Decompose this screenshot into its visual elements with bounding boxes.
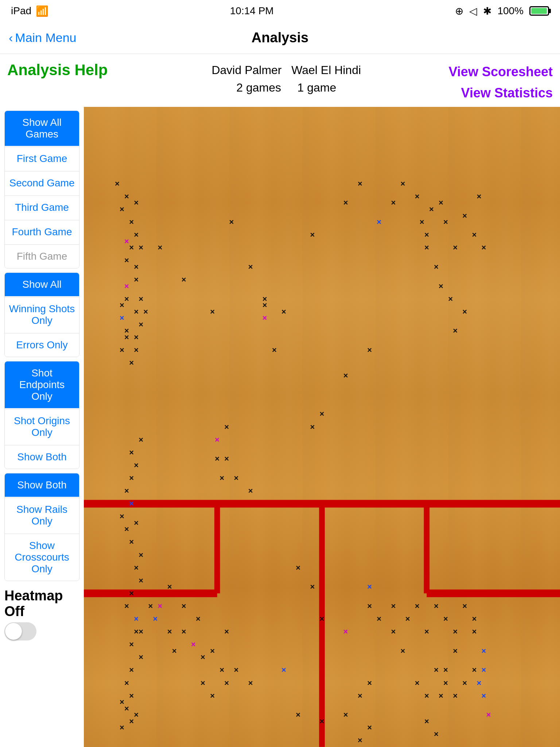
shot-marker: ×	[167, 583, 172, 591]
back-label: Main Menu	[15, 31, 76, 45]
shot-marker: ×	[201, 653, 205, 661]
shot-marker: ×	[129, 474, 134, 482]
shot-marker: ×	[367, 724, 372, 732]
nav-bar: ‹ Main Menu Analysis	[0, 22, 560, 54]
shot-marker: ×	[134, 615, 139, 623]
heatmap-toggle[interactable]	[4, 622, 36, 640]
shot-marker: ×	[472, 628, 477, 636]
winning-shots-button[interactable]: Winning Shots Only	[5, 297, 79, 332]
shot-marker: ×	[367, 583, 372, 591]
back-button[interactable]: ‹ Main Menu	[9, 31, 77, 45]
shot-marker: ×	[462, 212, 467, 220]
shot-marker: ×	[219, 666, 224, 674]
shot-marker: ×	[320, 615, 324, 623]
shot-marker: ×	[139, 577, 143, 585]
shot-marker: ×	[367, 346, 372, 354]
shot-origins-button[interactable]: Shot Origins Only	[5, 409, 79, 444]
shot-marker: ×	[320, 717, 324, 725]
shot-marker: ×	[148, 602, 153, 610]
show-all-games-button[interactable]: Show All Games	[5, 111, 79, 146]
shot-marker: ×	[477, 193, 482, 201]
second-game-button[interactable]: Second Game	[5, 171, 79, 195]
shot-marker: ×	[134, 231, 139, 239]
court-container: ××××××××××××××××××××××××××××××××××××××××…	[84, 107, 560, 747]
shot-marker: ×	[443, 615, 448, 623]
shot-marker: ×	[115, 180, 120, 188]
errors-only-button[interactable]: Errors Only	[5, 333, 79, 357]
shot-marker: ×	[134, 333, 139, 341]
shot-marker: ×	[391, 628, 396, 636]
battery-icon	[529, 6, 549, 16]
shot-marker: ×	[210, 647, 215, 655]
shot-marker: ×	[153, 615, 158, 623]
shot-marker: ×	[124, 193, 129, 201]
show-both-rail-button[interactable]: Show Both	[5, 473, 79, 497]
shot-marker: ×	[367, 679, 372, 687]
compass-icon: ◁	[469, 5, 477, 17]
shot-marker: ×	[134, 308, 139, 316]
shot-marker: ×	[124, 282, 129, 290]
shot-marker: ×	[343, 628, 348, 636]
third-game-button[interactable]: Third Game	[5, 196, 79, 219]
shot-marker: ×	[215, 436, 219, 444]
shot-marker: ×	[215, 455, 219, 463]
shot-marker: ×	[443, 679, 448, 687]
show-both-endpoint-button[interactable]: Show Both	[5, 445, 79, 469]
shot-marker: ×	[281, 666, 286, 674]
shot-marker: ×	[434, 666, 439, 674]
shot-marker: ×	[129, 449, 134, 457]
shot-marker: ×	[129, 666, 134, 674]
shot-endpoints-button[interactable]: Shot Endpoints Only	[5, 361, 79, 408]
shot-type-group: Show All Winning Shots Only Errors Only	[4, 272, 79, 357]
shot-marker: ×	[462, 602, 467, 610]
shot-marker: ×	[201, 679, 205, 687]
shot-marker: ×	[453, 244, 458, 252]
bluetooth-icon: ✱	[483, 5, 491, 17]
shot-marker: ×	[424, 628, 429, 636]
analysis-help-label: Analysis Help	[7, 61, 124, 79]
players-info: David Palmer Wael El Hindi 2 games 1 gam…	[124, 61, 449, 96]
shot-marker: ×	[158, 244, 163, 252]
shot-marker: ×	[139, 551, 143, 559]
location-icon: ⊕	[455, 5, 463, 17]
shot-marker: ×	[415, 193, 420, 201]
shot-marker: ×	[272, 346, 277, 354]
shot-marker: ×	[129, 589, 134, 597]
shot-marker: ×	[367, 602, 372, 610]
shot-marker: ×	[248, 679, 253, 687]
show-all-button[interactable]: Show All	[5, 273, 79, 296]
show-rails-only-button[interactable]: Show Rails Only	[5, 498, 79, 533]
show-crosscourts-button[interactable]: Show Crosscourts Only	[5, 534, 79, 581]
view-statistics-link[interactable]: View Statistics	[449, 82, 553, 104]
shot-marker: ×	[377, 218, 381, 226]
shot-marker: ×	[482, 244, 486, 252]
shot-marker: ×	[124, 705, 129, 713]
shot-marker: ×	[472, 615, 477, 623]
shot-marker: ×	[139, 244, 143, 252]
shot-marker: ×	[296, 564, 300, 572]
view-scoresheet-link[interactable]: View Scoresheet	[449, 61, 553, 82]
shot-marker: ×	[129, 640, 134, 649]
shot-marker: ×	[124, 237, 129, 245]
main-content: Analysis Help David Palmer Wael El Hindi…	[0, 54, 560, 747]
shot-marker: ×	[234, 474, 238, 482]
player1-games: 2 games	[236, 81, 281, 94]
first-game-button[interactable]: First Game	[5, 147, 79, 170]
rail-group: Show Both Show Rails Only Show Crosscour…	[4, 473, 79, 581]
shot-marker: ×	[167, 628, 172, 636]
shot-marker: ×	[129, 500, 134, 508]
shot-marker: ×	[358, 180, 362, 188]
shot-marker: ×	[486, 711, 491, 719]
fourth-game-button[interactable]: Fourth Game	[5, 220, 79, 244]
shot-marker: ×	[224, 455, 229, 463]
wifi-icon: 📶	[36, 5, 48, 17]
shot-marker: ×	[139, 321, 143, 329]
shot-marker: ×	[377, 615, 381, 623]
shot-marker: ×	[158, 602, 163, 610]
shot-marker: ×	[462, 679, 467, 687]
shot-marker: ×	[120, 698, 124, 706]
shot-marker: ×	[134, 461, 139, 469]
shot-marker: ×	[182, 628, 186, 636]
shot-marker: ×	[224, 628, 229, 636]
battery-label: 100%	[497, 5, 524, 17]
